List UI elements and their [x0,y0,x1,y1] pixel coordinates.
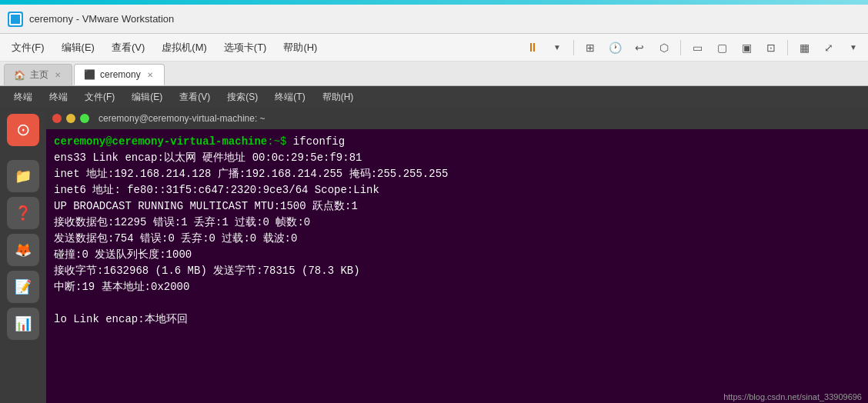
restore-snapshot-btn[interactable]: ↩ [629,38,650,58]
term-menu-help[interactable]: 帮助(H) [315,88,362,106]
term-menu-terminal1[interactable]: 终端 [6,88,40,106]
menu-file[interactable]: 文件(F) [4,38,52,58]
output-line-0: ens33 Link encap:以太网 硬件地址 00:0c:29:5e:f9… [54,150,860,166]
output-line-4: 接收数据包:12295 错误:1 丢弃:1 过载:0 帧数:0 [54,215,860,231]
prompt-command: ifconfig [286,135,345,148]
vm-settings2[interactable]: ⊡ [760,38,782,58]
send-ctrl-alt-del-btn[interactable]: ⊞ [579,38,601,58]
term-menu-edit[interactable]: 编辑(E) [124,88,170,106]
menu-view[interactable]: 查看(V) [104,38,152,58]
sidebar-icon-writer[interactable]: 📝 [7,271,39,303]
terminal-btn[interactable]: ▦ [793,38,815,58]
csdn-link: https://blog.csdn.net/sinat_33909696 [723,392,862,401]
sidebar-icon-firefox[interactable]: 🦊 [7,234,39,266]
tabs-bar: 🏠 主页 ✕ ⬛ ceremony ✕ [0,62,868,86]
terminal-sub-menu: 终端 终端 文件(F) 编辑(E) 查看(V) 搜索(S) 终端(T) 帮助(H… [0,86,868,108]
output-line-5: 发送数据包:754 错误:0 丢弃:0 过载:0 载波:0 [54,231,860,247]
writer-icon: 📝 [15,278,32,295]
terminal-inner-title: ceremony@ceremony-virtual-machine: ~ [98,113,265,124]
tab-ceremony-close[interactable]: ✕ [145,70,155,80]
command-line: ceremony@ceremony-virtual-machine:~$ ifc… [54,134,860,150]
output-line-6: 碰撞:0 发送队列长度:1000 [54,247,860,263]
menu-edit[interactable]: 编辑(E) [54,38,102,58]
tab-ceremony-label: ceremony [100,69,141,80]
window-title: ceremony - VMware Workstation [29,13,174,25]
separator-3 [787,40,788,55]
sidebar-icon-ubuntu[interactable]: ⊙ [7,114,39,146]
term-menu-file[interactable]: 文件(F) [77,88,122,106]
clone-btn[interactable]: ⬡ [653,38,675,58]
term-menu-search[interactable]: 搜索(S) [219,88,265,106]
menu-help[interactable]: 帮助(H) [275,38,325,58]
terminal-inner-titlebar: ceremony@ceremony-virtual-machine: ~ [46,108,868,129]
firefox-icon: 🦊 [15,241,32,258]
help-icon: ❓ [15,205,32,221]
prompt-user: ceremony@ceremony-virtual-machine [54,135,267,148]
separator-2 [680,40,681,55]
snapshot-btn[interactable]: 🕐 [604,38,626,58]
ceremony-icon: ⬛ [84,69,95,80]
menu-bar: 文件(F) 编辑(E) 查看(V) 虚拟机(M) 选项卡(T) 帮助(H) ⏸ … [0,34,868,62]
output-line-10: lo Link encap:本地环回 [54,311,860,328]
tab-home[interactable]: 🏠 主页 ✕ [4,64,72,85]
ubuntu-logo: ⊙ [16,120,30,140]
term-menu-terminal2[interactable]: 终端 [42,88,75,106]
traffic-light-yellow [66,114,75,123]
output-line-9 [54,295,860,311]
term-menu-view[interactable]: 查看(V) [172,88,218,106]
vmware-icon [8,12,23,27]
sidebar-icon-help[interactable]: ❓ [7,197,39,229]
ubuntu-sidebar: ⊙ 📁 ❓ 🦊 📝 📊 [0,108,46,403]
tab-home-close[interactable]: ✕ [53,70,62,80]
output-line-8: 中断:19 基本地址:0x2000 [54,279,860,295]
separator-1 [573,40,574,55]
calc-icon: 📊 [15,315,32,332]
output-line-1: inet 地址:192.168.214.128 广播:192.168.214.2… [54,166,860,182]
terminal-text-area[interactable]: ceremony@ceremony-virtual-machine:~$ ifc… [46,129,868,332]
output-line-2: inet6 地址: fe80::31f5:c647:2320:9ce3/64 S… [54,182,860,198]
output-line-7: 接收字节:1632968 (1.6 MB) 发送字节:78315 (78.3 K… [54,263,860,279]
fullscreen-btn[interactable]: ▭ [686,38,708,58]
term-menu-terminal[interactable]: 终端(T) [267,88,312,106]
settings-btn[interactable]: ▣ [736,38,757,58]
files-icon: 📁 [15,168,32,185]
output-line-3: UP BROADCAST RUNNING MULTICAST MTU:1500 … [54,198,860,215]
menu-vm[interactable]: 虚拟机(M) [154,38,215,58]
tab-home-label: 主页 [30,68,48,82]
unity-btn[interactable]: ▢ [711,38,733,58]
prompt-path: :~$ [267,135,286,148]
home-icon: 🏠 [14,70,25,81]
traffic-light-red [52,114,62,123]
pause-dropdown[interactable]: ▼ [546,38,568,58]
pause-button[interactable]: ⏸ [522,38,543,58]
tab-ceremony[interactable]: ⬛ ceremony ✕ [74,64,165,85]
title-bar: ceremony - VMware Workstation [0,5,868,34]
expand-dropdown[interactable]: ▼ [843,38,864,58]
terminal-window: ⊙ 📁 ❓ 🦊 📝 📊 ceremony@ceremony-virtual-ma… [0,108,868,403]
traffic-light-green [80,114,89,123]
expand-btn[interactable]: ⤢ [818,38,840,58]
sidebar-icon-files[interactable]: 📁 [7,160,39,192]
sidebar-icon-calc[interactable]: 📊 [7,308,39,340]
menu-tabs[interactable]: 选项卡(T) [216,38,275,58]
terminal-content[interactable]: ceremony@ceremony-virtual-machine: ~ cer… [46,108,868,403]
